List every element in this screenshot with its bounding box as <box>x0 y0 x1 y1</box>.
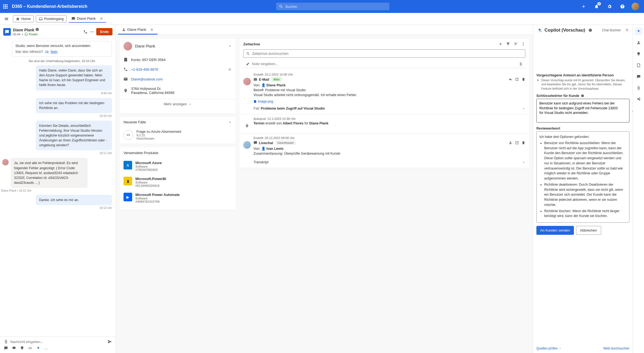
contact-phone[interactable]: +1-629-456-9876 <box>124 65 232 74</box>
home-button[interactable]: Home <box>13 15 34 22</box>
record-tab[interactable]: Diane Plank <box>118 25 157 35</box>
sentiment-indicator: Positiv <box>25 33 37 36</box>
global-search[interactable] <box>276 3 389 10</box>
suggestion-title: Vorgeschlagene Antwort an identifizierte… <box>536 73 629 77</box>
assign-icon[interactable] <box>509 141 512 145</box>
product-item[interactable]: ▮ Microsoft.PowerBI Software #5116945326… <box>124 174 232 190</box>
rail-share[interactable] <box>635 96 642 103</box>
info-icon[interactable] <box>35 28 39 31</box>
note-icon[interactable] <box>4 346 8 350</box>
link-icon[interactable] <box>28 346 32 350</box>
search-icon <box>246 52 250 56</box>
autopost-icon <box>243 122 251 130</box>
check-sources-link[interactable]: Quellen prüfen <box>536 347 561 350</box>
review-answer[interactable]: Ich habe drei Optionen gefunden: Benutze… <box>536 131 629 223</box>
inbox-button[interactable]: Posteingang <box>36 15 67 22</box>
activity-type: Livechat <box>254 141 273 145</box>
delete-icon[interactable] <box>522 77 525 81</box>
mail-icon <box>254 77 257 81</box>
session-tab[interactable]: Diane Plank <box>69 15 106 23</box>
send-to-customer-button[interactable]: An Kunden senden <box>536 226 574 235</box>
rail-scripts[interactable] <box>635 62 642 69</box>
attach-icon[interactable] <box>4 340 8 344</box>
chevron-down-icon <box>559 347 561 350</box>
end-button[interactable]: Ende <box>96 28 112 35</box>
chevron-up-icon[interactable] <box>522 107 525 110</box>
info-icon[interactable] <box>581 94 584 97</box>
chevron-down-icon[interactable] <box>228 120 232 124</box>
message-input[interactable] <box>10 340 105 344</box>
user-menu[interactable] <box>630 1 641 12</box>
info-icon[interactable] <box>588 28 592 32</box>
more-icon[interactable] <box>521 42 525 46</box>
rail-copilot[interactable] <box>635 28 642 35</box>
svg-point-5 <box>523 44 524 45</box>
more-icon[interactable] <box>90 30 94 34</box>
open-icon[interactable] <box>515 77 519 81</box>
rail-teams[interactable] <box>635 39 642 46</box>
rail-attach[interactable] <box>635 84 642 92</box>
product-item[interactable]: A Microsoft Azure Software #785347683425 <box>124 158 232 174</box>
note-input[interactable] <box>243 60 525 68</box>
copilot-logo-icon <box>537 28 542 33</box>
note-text-input[interactable] <box>252 62 517 66</box>
copilot-toolbar-icon[interactable] <box>36 346 40 350</box>
notifications-button[interactable]: 8 <box>591 1 602 12</box>
toolbar-more[interactable]: … <box>44 346 48 350</box>
helpful-yes[interactable]: Ja <box>45 50 49 54</box>
knowledge-suggestion: Studio, wenn Benutzer versucht, sich anz… <box>12 41 112 57</box>
quick-reply-icon[interactable] <box>12 346 16 350</box>
home-icon <box>16 17 20 21</box>
helpful-no[interactable]: Nein <box>51 50 58 54</box>
send-icon[interactable] <box>108 340 112 344</box>
rail-notes[interactable] <box>635 73 642 80</box>
chevron-down-icon[interactable] <box>228 44 232 48</box>
app-launcher[interactable] <box>3 4 8 9</box>
attachment-link[interactable]: Image.png <box>254 100 273 103</box>
sort-icon[interactable] <box>513 42 518 46</box>
show-more[interactable]: Mehr anzeigen <box>120 99 236 110</box>
knowledge-icon[interactable] <box>20 346 24 350</box>
attach-icon[interactable] <box>519 62 523 66</box>
star-icon[interactable] <box>228 67 232 72</box>
contact-header[interactable]: Diane Plank <box>124 42 155 50</box>
regenerate-button[interactable] <box>632 109 633 113</box>
keywords-input[interactable] <box>536 99 629 123</box>
timeline-search-input[interactable] <box>252 52 522 56</box>
add-icon[interactable] <box>498 42 503 46</box>
filter-icon[interactable] <box>506 42 510 46</box>
close-icon[interactable] <box>100 17 103 21</box>
power-automate-icon: ▶ <box>124 193 132 201</box>
edit-icon <box>246 62 250 66</box>
case-item[interactable]: Frage zu Azure-Abonnement 9.2.22 Geschlo… <box>120 127 236 144</box>
chat-icon <box>254 141 257 145</box>
recent-cases-title: Neueste Fälle <box>124 120 146 124</box>
new-item-button[interactable] <box>578 1 589 12</box>
clear-chat-link[interactable]: Chat löschen <box>602 28 621 32</box>
delete-icon[interactable] <box>522 141 525 145</box>
timeline-search[interactable] <box>243 49 525 58</box>
svg-point-4 <box>523 42 524 43</box>
cancel-button[interactable]: Abbrechen <box>576 226 601 235</box>
building-icon <box>124 57 128 62</box>
expand-icon[interactable] <box>625 28 629 33</box>
settings-button[interactable] <box>604 1 615 12</box>
reply-icon[interactable] <box>509 77 512 81</box>
svg-point-2 <box>92 31 93 32</box>
close-icon[interactable] <box>150 28 154 32</box>
help-button[interactable] <box>617 1 628 12</box>
phone-icon[interactable] <box>83 30 88 34</box>
open-icon[interactable] <box>515 141 519 145</box>
contact-email[interactable]: Diane@outlook.com <box>124 74 232 84</box>
transcript-toggle[interactable]: Transkript <box>254 158 525 164</box>
chat-icon <box>71 17 75 21</box>
contact-address: 3764 Hollywood Dr.Pasadena, California 9… <box>124 84 232 97</box>
rail-knowledge[interactable] <box>635 50 642 58</box>
nav-toggle[interactable] <box>2 15 11 23</box>
agent-message: Danke, ich sehe es mir an. <box>36 195 112 205</box>
product-item[interactable]: ▶ Microsoft Power Automate Software #458… <box>124 190 232 206</box>
azure-icon: A <box>124 161 132 169</box>
global-search-input[interactable] <box>285 5 387 9</box>
search-web-link[interactable]: Web durchsuchen <box>603 347 629 350</box>
customer-message: Ja, sie sind alle im Fehlerprotokoll. Es… <box>11 158 88 188</box>
